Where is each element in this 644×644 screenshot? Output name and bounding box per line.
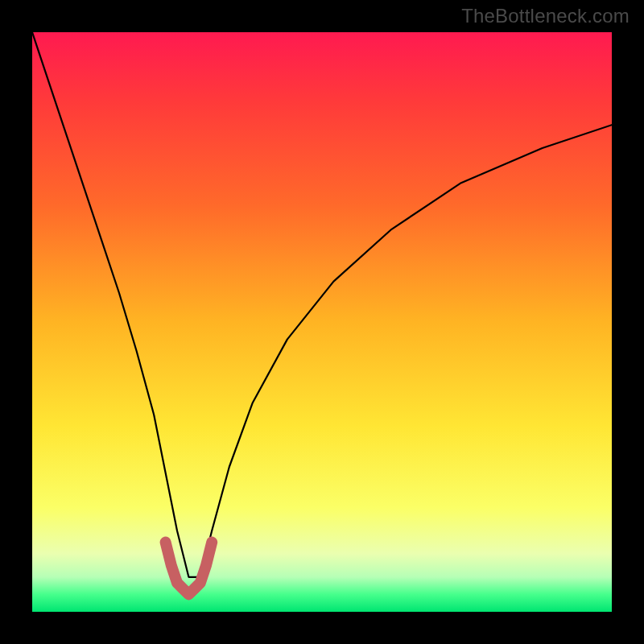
bottleneck-curve <box>32 32 612 577</box>
curve-layer <box>32 32 612 612</box>
watermark-text: TheBottleneck.com <box>461 5 630 27</box>
plot-area <box>32 32 612 612</box>
optimal-marker <box>166 543 213 595</box>
chart-frame: TheBottleneck.com <box>0 0 644 644</box>
